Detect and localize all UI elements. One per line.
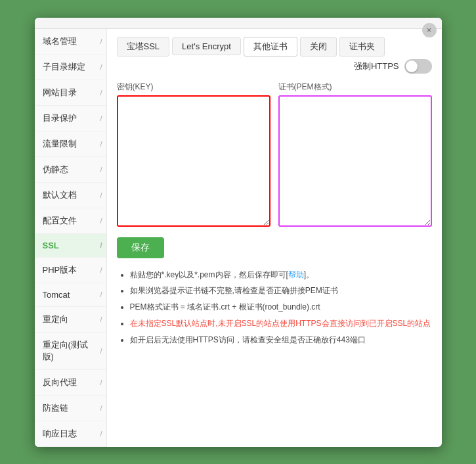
key-textarea[interactable] xyxy=(117,95,270,227)
sidebar-item-ssl[interactable]: SSL / xyxy=(35,234,106,258)
tab-cert-folder[interactable]: 证书夹 xyxy=(339,37,385,57)
save-button[interactable]: 保存 xyxy=(117,237,164,258)
toggle-knob xyxy=(406,60,418,72)
notes-list: 粘贴您的*.key以及*.pem内容，然后保存即可[帮助]。 如果浏览器提示证书… xyxy=(117,267,432,348)
note-5: 如开启后无法使用HTTPS访问，请检查安全组是否正确放行443端口 xyxy=(130,333,432,348)
arrow-icon: / xyxy=(100,430,102,438)
note-2: 如果浏览器提示证书链不完整,请检查是否正确拼接PEM证书 xyxy=(130,283,432,298)
arrow-icon: / xyxy=(100,114,102,122)
arrow-icon: / xyxy=(100,379,102,386)
content-area: 宝塔SSL Let's Encrypt 其他证书 关闭 证书夹 强制HTTPS xyxy=(107,29,442,447)
arrow-icon: / xyxy=(100,347,102,355)
note-3: PEM格式证书 = 域名证书.crt + 根证书(root_bundle).cr… xyxy=(130,300,432,315)
note-4: 在未指定SSL默认站点时,未开启SSL的站点使用HTTPS会直接访问到已开启SS… xyxy=(130,316,432,331)
arrow-icon: / xyxy=(100,217,102,225)
arrow-icon: / xyxy=(100,37,102,45)
tab-bar: 宝塔SSL Let's Encrypt 其他证书 关闭 证书夹 强制HTTPS xyxy=(117,37,432,74)
sidebar-item-redirect[interactable]: 重定向 / xyxy=(35,307,106,333)
sidebar-item-log[interactable]: 响应日志 / xyxy=(35,421,106,447)
https-toggle[interactable] xyxy=(404,59,432,74)
sidebar-item-config[interactable]: 配置文件 / xyxy=(35,208,106,234)
sidebar-item-default-doc[interactable]: 默认文档 / xyxy=(35,183,106,208)
sidebar-item-dirprotect[interactable]: 目录保护 / xyxy=(35,106,106,131)
sidebar-item-traffic[interactable]: 流量限制 / xyxy=(35,131,106,157)
sidebar-item-redirect-test[interactable]: 重定向(测试版) / xyxy=(35,333,106,370)
modal-body: 域名管理 / 子目录绑定 / 网站目录 / 目录保护 / 流量限制 / xyxy=(35,29,442,447)
help-link[interactable]: 帮助 xyxy=(288,270,304,279)
arrow-icon: / xyxy=(100,266,102,274)
sidebar: 域名管理 / 子目录绑定 / 网站目录 / 目录保护 / 流量限制 / xyxy=(35,29,107,447)
https-toggle-area: 强制HTTPS xyxy=(354,59,432,74)
pem-label: 证书(PEM格式) xyxy=(278,81,432,93)
key-label: 密钥(KEY) xyxy=(117,81,270,93)
arrow-icon: / xyxy=(100,166,102,174)
sidebar-item-webdir[interactable]: 网站目录 / xyxy=(35,80,106,106)
sidebar-item-rewrite[interactable]: 伪静态 / xyxy=(35,157,106,183)
sidebar-item-subdir[interactable]: 子目录绑定 / xyxy=(35,55,106,80)
arrow-icon: / xyxy=(100,191,102,199)
cert-fields: 密钥(KEY) 证书(PEM格式) xyxy=(117,81,432,229)
arrow-icon: / xyxy=(100,140,102,148)
sidebar-item-hotlink[interactable]: 防盗链 / xyxy=(35,396,106,421)
arrow-icon: / xyxy=(100,290,102,298)
arrow-icon: / xyxy=(100,315,102,323)
modal-overlay: × 域名管理 / 子目录绑定 / 网站 xyxy=(0,0,476,464)
arrow-icon: / xyxy=(100,89,102,97)
note-1: 粘贴您的*.key以及*.pem内容，然后保存即可[帮助]。 xyxy=(130,267,432,283)
arrow-icon: / xyxy=(100,241,102,249)
arrow-icon: / xyxy=(100,404,102,412)
https-label: 强制HTTPS xyxy=(354,60,399,72)
key-field: 密钥(KEY) xyxy=(117,81,270,229)
modal-header xyxy=(35,18,442,29)
pem-field: 证书(PEM格式) xyxy=(278,81,432,229)
tab-baota-ssl[interactable]: 宝塔SSL xyxy=(117,37,170,57)
sidebar-item-php[interactable]: PHP版本 / xyxy=(35,258,106,283)
sidebar-item-tomcat[interactable]: Tomcat / xyxy=(35,283,106,307)
sidebar-item-domain[interactable]: 域名管理 / xyxy=(35,29,106,55)
pem-textarea[interactable] xyxy=(278,95,432,227)
tab-letsencrypt[interactable]: Let's Encrypt xyxy=(172,37,241,55)
arrow-icon: / xyxy=(100,63,102,71)
close-button[interactable]: × xyxy=(422,23,437,37)
main-modal: × 域名管理 / 子目录绑定 / 网站 xyxy=(35,18,442,447)
tab-close[interactable]: 关闭 xyxy=(300,37,337,57)
tab-other-cert[interactable]: 其他证书 xyxy=(244,37,297,57)
sidebar-item-reverse-proxy[interactable]: 反向代理 / xyxy=(35,370,106,396)
